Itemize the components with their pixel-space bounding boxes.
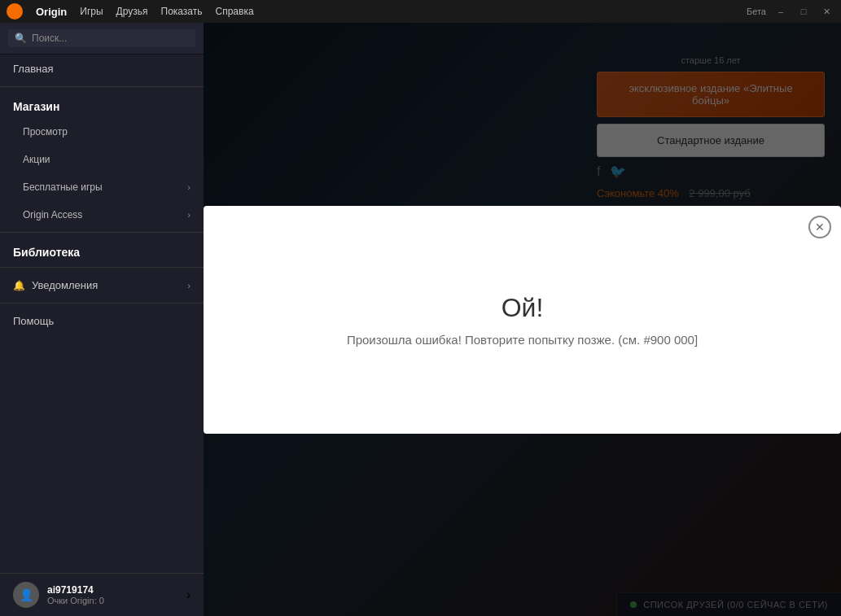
title-bar: Origin Игры Друзья Показать Справка Бета… (0, 0, 841, 23)
sidebar-nav: Главная Магазин Просмотр Акции Бесплатны… (0, 55, 204, 573)
menu-view[interactable]: Показать (161, 6, 203, 17)
user-points: Очки Origin: 0 (47, 596, 178, 605)
search-icon: 🔍 (15, 33, 27, 44)
sidebar-item-browse[interactable]: Просмотр (0, 118, 204, 146)
sidebar-section-store[interactable]: Магазин (0, 90, 204, 118)
sidebar-divider-2 (0, 232, 204, 233)
menu-friends[interactable]: Друзья (116, 6, 148, 17)
sidebar-item-deals[interactable]: Акции (0, 146, 204, 173)
title-bar-menu: Игры Друзья Показать Справка (80, 6, 253, 17)
avatar: 👤 (13, 582, 39, 608)
menu-help[interactable]: Справка (216, 6, 254, 17)
title-brand: Origin (36, 6, 67, 18)
modal-title: Ой! (502, 293, 544, 323)
sidebar-item-home[interactable]: Главная (0, 55, 204, 83)
bell-icon: 🔔 (13, 280, 25, 291)
maximize-button[interactable]: □ (795, 7, 812, 16)
menu-games[interactable]: Игры (80, 6, 103, 17)
user-name: ai9719174 (47, 584, 178, 596)
chevron-right-icon-4: › (186, 588, 191, 602)
sidebar-divider-1 (0, 86, 204, 87)
modal-overlay: ✕ Ой! Произошла ошибка! Повторите попытк… (204, 23, 841, 616)
sidebar-item-library[interactable]: Библиотека (0, 236, 204, 264)
sidebar-item-notifications[interactable]: 🔔 Уведомления › (0, 271, 204, 299)
modal-dialog: ✕ Ой! Произошла ошибка! Повторите попытк… (204, 206, 841, 434)
sidebar-divider-3 (0, 267, 204, 268)
minimize-button[interactable]: – (773, 7, 789, 16)
beta-label: Бета (747, 7, 766, 16)
chevron-right-icon-3: › (187, 281, 191, 291)
main-layout: 🔍 Поиск... Главная Магазин Просмотр Акци… (0, 23, 841, 616)
close-button[interactable]: ✕ (818, 7, 834, 17)
search-input[interactable]: Поиск... (32, 33, 67, 44)
modal-message: Произошла ошибка! Повторите попытку позж… (347, 333, 698, 347)
content-area: старше 16 лет эксклюзивное издание «Элит… (204, 23, 841, 616)
chevron-right-icon: › (187, 182, 191, 192)
sidebar-item-free-games[interactable]: Бесплатные игры › (0, 173, 204, 201)
sidebar: 🔍 Поиск... Главная Магазин Просмотр Акци… (0, 23, 204, 616)
search-bar[interactable]: 🔍 Поиск... (0, 23, 204, 55)
title-bar-left: Origin Игры Друзья Показать Справка (7, 3, 254, 20)
modal-close-button[interactable]: ✕ (808, 216, 831, 238)
chevron-right-icon-2: › (187, 210, 191, 220)
sidebar-item-origin-access[interactable]: Origin Access › (0, 201, 204, 229)
user-info: ai9719174 Очки Origin: 0 (47, 584, 178, 605)
sidebar-divider-4 (0, 303, 204, 304)
sidebar-footer[interactable]: 👤 ai9719174 Очки Origin: 0 › (0, 573, 204, 616)
origin-logo-icon (7, 3, 23, 20)
title-bar-right: Бета – □ ✕ (747, 7, 834, 17)
sidebar-item-help[interactable]: Помощь (0, 307, 204, 335)
